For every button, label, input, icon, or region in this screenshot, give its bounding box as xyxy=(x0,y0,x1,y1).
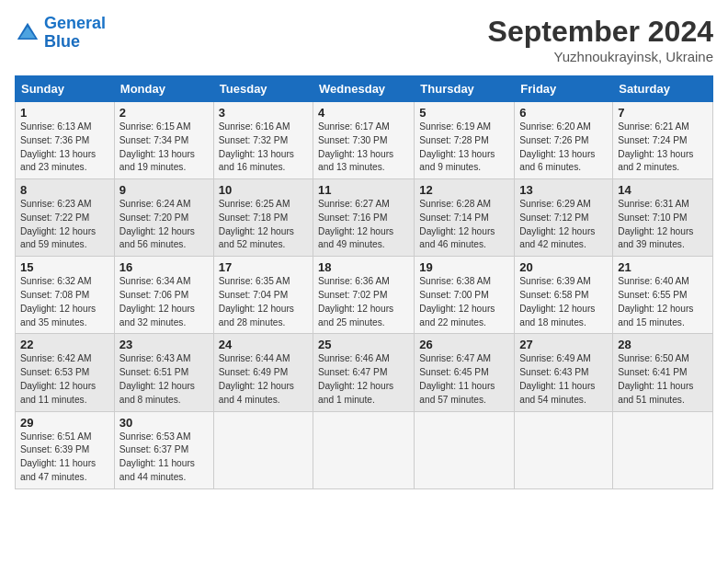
day-number: 29 xyxy=(20,416,109,430)
logo-icon xyxy=(15,20,40,46)
day-number: 26 xyxy=(419,338,509,351)
day-number: 6 xyxy=(519,106,608,120)
day-info: Sunrise: 6:27 AM Sunset: 7:16 PM Dayligh… xyxy=(318,198,409,252)
day-cell-12: 12 Sunrise: 6:28 AM Sunset: 7:14 PM Dayl… xyxy=(415,179,515,257)
day-cell-17: 17 Sunrise: 6:35 AM Sunset: 7:04 PM Dayl… xyxy=(213,257,313,334)
day-cell-1: 1 Sunrise: 6:13 AM Sunset: 7:36 PM Dayli… xyxy=(16,102,115,179)
day-number: 2 xyxy=(119,106,209,120)
day-cell-3: 3 Sunrise: 6:16 AM Sunset: 7:32 PM Dayli… xyxy=(213,102,313,179)
day-info: Sunrise: 6:31 AM Sunset: 7:10 PM Dayligh… xyxy=(618,198,708,252)
day-cell-6: 6 Sunrise: 6:20 AM Sunset: 7:26 PM Dayli… xyxy=(515,102,613,179)
day-cell-21: 21 Sunrise: 6:40 AM Sunset: 6:55 PM Dayl… xyxy=(613,257,713,334)
empty-cell xyxy=(613,411,713,488)
day-cell-10: 10 Sunrise: 6:25 AM Sunset: 7:18 PM Dayl… xyxy=(213,179,313,257)
page-header: General Blue September 2024 Yuzhnoukrayi… xyxy=(15,15,713,64)
day-info: Sunrise: 6:20 AM Sunset: 7:26 PM Dayligh… xyxy=(519,121,608,175)
day-info: Sunrise: 6:42 AM Sunset: 6:53 PM Dayligh… xyxy=(20,352,109,407)
col-thursday: Thursday xyxy=(415,76,515,102)
day-number: 16 xyxy=(119,260,209,274)
day-info: Sunrise: 6:29 AM Sunset: 7:12 PM Dayligh… xyxy=(519,198,608,252)
day-info: Sunrise: 6:13 AM Sunset: 7:36 PM Dayligh… xyxy=(20,121,109,175)
day-info: Sunrise: 6:53 AM Sunset: 6:37 PM Dayligh… xyxy=(119,431,209,485)
day-number: 30 xyxy=(119,416,209,430)
day-number: 22 xyxy=(20,338,109,351)
day-number: 20 xyxy=(519,260,608,274)
calendar-week-3: 15 Sunrise: 6:32 AM Sunset: 7:08 PM Dayl… xyxy=(16,257,713,334)
day-number: 4 xyxy=(318,106,409,120)
day-info: Sunrise: 6:25 AM Sunset: 7:18 PM Dayligh… xyxy=(219,198,308,252)
day-info: Sunrise: 6:47 AM Sunset: 6:45 PM Dayligh… xyxy=(419,352,509,407)
day-info: Sunrise: 6:15 AM Sunset: 7:34 PM Dayligh… xyxy=(119,121,209,175)
day-number: 8 xyxy=(20,183,109,197)
day-number: 13 xyxy=(519,183,608,197)
empty-cell xyxy=(415,411,515,488)
day-cell-30: 30 Sunrise: 6:53 AM Sunset: 6:37 PM Dayl… xyxy=(114,411,213,488)
day-cell-28: 28 Sunrise: 6:50 AM Sunset: 6:41 PM Dayl… xyxy=(613,334,713,411)
day-info: Sunrise: 6:19 AM Sunset: 7:28 PM Dayligh… xyxy=(419,121,509,175)
day-number: 5 xyxy=(419,106,509,120)
day-number: 7 xyxy=(618,106,708,120)
day-info: Sunrise: 6:38 AM Sunset: 7:00 PM Dayligh… xyxy=(419,275,509,329)
day-number: 10 xyxy=(219,183,308,197)
col-friday: Friday xyxy=(515,76,613,102)
day-cell-15: 15 Sunrise: 6:32 AM Sunset: 7:08 PM Dayl… xyxy=(16,257,115,334)
logo: General Blue xyxy=(15,15,106,52)
day-cell-5: 5 Sunrise: 6:19 AM Sunset: 7:28 PM Dayli… xyxy=(415,102,515,179)
empty-cell xyxy=(313,411,415,488)
day-cell-19: 19 Sunrise: 6:38 AM Sunset: 7:00 PM Dayl… xyxy=(415,257,515,334)
calendar-week-4: 22 Sunrise: 6:42 AM Sunset: 6:53 PM Dayl… xyxy=(16,334,713,411)
day-info: Sunrise: 6:32 AM Sunset: 7:08 PM Dayligh… xyxy=(20,275,109,329)
day-cell-13: 13 Sunrise: 6:29 AM Sunset: 7:12 PM Dayl… xyxy=(515,179,613,257)
day-info: Sunrise: 6:23 AM Sunset: 7:22 PM Dayligh… xyxy=(20,198,109,252)
day-cell-9: 9 Sunrise: 6:24 AM Sunset: 7:20 PM Dayli… xyxy=(114,179,213,257)
title-block: September 2024 Yuzhnoukrayinsk, Ukraine xyxy=(488,15,713,64)
month-title: September 2024 xyxy=(488,15,713,49)
day-number: 27 xyxy=(519,338,608,351)
day-info: Sunrise: 6:43 AM Sunset: 6:51 PM Dayligh… xyxy=(119,352,209,407)
day-cell-16: 16 Sunrise: 6:34 AM Sunset: 7:06 PM Dayl… xyxy=(114,257,213,334)
day-cell-26: 26 Sunrise: 6:47 AM Sunset: 6:45 PM Dayl… xyxy=(415,334,515,411)
day-number: 15 xyxy=(20,260,109,274)
day-info: Sunrise: 6:17 AM Sunset: 7:30 PM Dayligh… xyxy=(318,121,409,175)
day-number: 24 xyxy=(219,338,308,351)
day-cell-8: 8 Sunrise: 6:23 AM Sunset: 7:22 PM Dayli… xyxy=(16,179,115,257)
day-number: 14 xyxy=(618,183,708,197)
day-number: 3 xyxy=(219,106,308,120)
day-info: Sunrise: 6:40 AM Sunset: 6:55 PM Dayligh… xyxy=(618,275,708,329)
calendar-table: Sunday Monday Tuesday Wednesday Thursday… xyxy=(15,75,713,489)
day-cell-4: 4 Sunrise: 6:17 AM Sunset: 7:30 PM Dayli… xyxy=(313,102,415,179)
day-cell-2: 2 Sunrise: 6:15 AM Sunset: 7:34 PM Dayli… xyxy=(114,102,213,179)
calendar-header-row: Sunday Monday Tuesday Wednesday Thursday… xyxy=(16,76,713,102)
day-number: 21 xyxy=(618,260,708,274)
col-tuesday: Tuesday xyxy=(213,76,313,102)
day-info: Sunrise: 6:39 AM Sunset: 6:58 PM Dayligh… xyxy=(519,275,608,329)
day-cell-11: 11 Sunrise: 6:27 AM Sunset: 7:16 PM Dayl… xyxy=(313,179,415,257)
day-cell-20: 20 Sunrise: 6:39 AM Sunset: 6:58 PM Dayl… xyxy=(515,257,613,334)
calendar-week-1: 1 Sunrise: 6:13 AM Sunset: 7:36 PM Dayli… xyxy=(16,102,713,179)
day-number: 23 xyxy=(119,338,209,351)
calendar-week-2: 8 Sunrise: 6:23 AM Sunset: 7:22 PM Dayli… xyxy=(16,179,713,257)
day-cell-14: 14 Sunrise: 6:31 AM Sunset: 7:10 PM Dayl… xyxy=(613,179,713,257)
day-cell-29: 29 Sunrise: 6:51 AM Sunset: 6:39 PM Dayl… xyxy=(16,411,115,488)
day-info: Sunrise: 6:49 AM Sunset: 6:43 PM Dayligh… xyxy=(519,352,608,407)
day-number: 9 xyxy=(119,183,209,197)
day-cell-22: 22 Sunrise: 6:42 AM Sunset: 6:53 PM Dayl… xyxy=(16,334,115,411)
day-number: 17 xyxy=(219,260,308,274)
day-info: Sunrise: 6:44 AM Sunset: 6:49 PM Dayligh… xyxy=(219,352,308,407)
day-number: 18 xyxy=(318,260,409,274)
logo-text: General Blue xyxy=(44,15,106,52)
location-title: Yuzhnoukrayinsk, Ukraine xyxy=(488,49,713,64)
day-info: Sunrise: 6:46 AM Sunset: 6:47 PM Dayligh… xyxy=(318,352,409,407)
day-info: Sunrise: 6:21 AM Sunset: 7:24 PM Dayligh… xyxy=(618,121,708,175)
day-cell-23: 23 Sunrise: 6:43 AM Sunset: 6:51 PM Dayl… xyxy=(114,334,213,411)
day-cell-27: 27 Sunrise: 6:49 AM Sunset: 6:43 PM Dayl… xyxy=(515,334,613,411)
day-number: 19 xyxy=(419,260,509,274)
day-info: Sunrise: 6:36 AM Sunset: 7:02 PM Dayligh… xyxy=(318,275,409,329)
empty-cell xyxy=(515,411,613,488)
day-info: Sunrise: 6:34 AM Sunset: 7:06 PM Dayligh… xyxy=(119,275,209,329)
day-number: 1 xyxy=(20,106,109,120)
calendar-week-5: 29 Sunrise: 6:51 AM Sunset: 6:39 PM Dayl… xyxy=(16,411,713,488)
day-info: Sunrise: 6:35 AM Sunset: 7:04 PM Dayligh… xyxy=(219,275,308,329)
day-number: 25 xyxy=(318,338,409,351)
day-info: Sunrise: 6:24 AM Sunset: 7:20 PM Dayligh… xyxy=(119,198,209,252)
